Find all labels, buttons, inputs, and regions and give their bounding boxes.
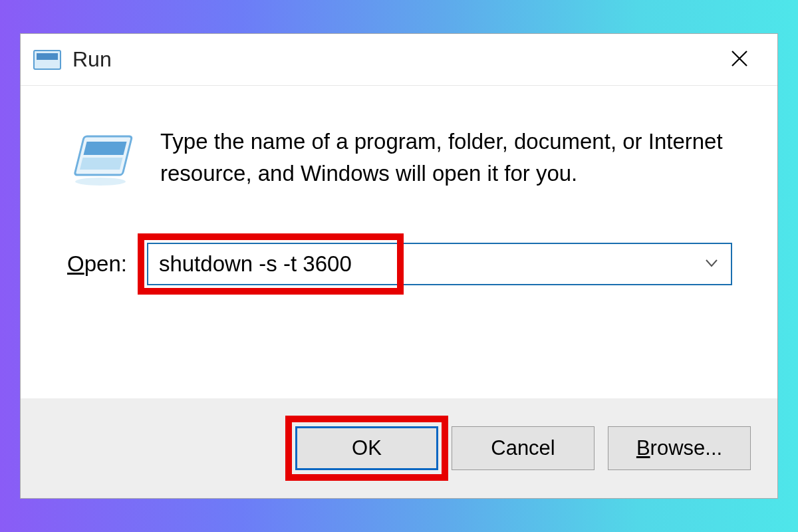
svg-rect-4 [80,158,122,170]
run-dialog: Run Type the name of a program, folder, … [20,33,778,499]
dialog-footer: OK Cancel Browse... [21,398,777,498]
run-large-icon [67,130,134,190]
svg-rect-3 [84,142,127,155]
ok-button[interactable]: OK [295,426,438,470]
open-combobox[interactable] [147,243,732,285]
close-icon [730,49,749,70]
cancel-button[interactable]: Cancel [452,426,595,470]
close-button[interactable] [714,34,765,86]
browse-button[interactable]: Browse... [608,426,751,470]
titlebar: Run [21,34,777,86]
svg-rect-1 [37,53,58,60]
dialog-description: Type the name of a program, folder, docu… [160,126,737,190]
dialog-body: Type the name of a program, folder, docu… [21,86,777,398]
open-label: Open: [67,251,127,277]
run-icon [33,48,62,72]
open-input[interactable] [159,251,694,277]
svg-point-5 [75,178,126,186]
chevron-down-icon[interactable] [704,255,719,273]
dialog-title: Run [72,47,112,72]
